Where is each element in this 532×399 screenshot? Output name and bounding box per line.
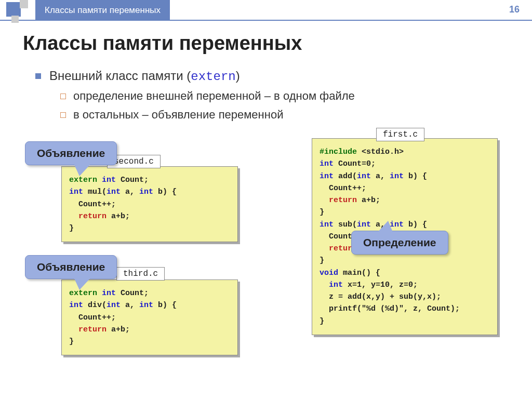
file-tab-third: third.c [116, 267, 165, 281]
keyword-extern: extern [191, 70, 235, 84]
callout-declaration-2: Объявление [25, 255, 117, 279]
callout-definition: Определение [351, 231, 448, 255]
bullet-text: определение внешней переменной – в одном… [73, 89, 355, 103]
bullet-text: Внешний класс памяти (extern) [49, 69, 240, 84]
open-square-bullet-icon [60, 112, 66, 118]
code-block-second: extern int Count; int mul(int a, int b) … [61, 166, 238, 242]
callout-declaration-1: Объявление [25, 141, 117, 165]
file-tab-first: first.c [376, 128, 424, 141]
logo-icon [5, 0, 31, 24]
bullet-level1: Внешний класс памяти (extern) [35, 69, 240, 84]
bullet-level2: определение внешней переменной – в одном… [60, 89, 355, 103]
square-bullet-icon [35, 73, 41, 79]
page-title: Классы памяти переменных [23, 32, 302, 55]
code-block-third: extern int Count; int div(int a, int b) … [61, 280, 238, 355]
open-square-bullet-icon [60, 94, 66, 99]
bullet-level2: в остальных – объявление переменной [60, 108, 283, 122]
bullet-text: в остальных – объявление переменной [73, 108, 283, 122]
page-number: 16 [509, 4, 520, 15]
top-bar: Классы памяти переменных 16 [0, 0, 532, 21]
breadcrumb: Классы памяти переменных [35, 0, 170, 21]
